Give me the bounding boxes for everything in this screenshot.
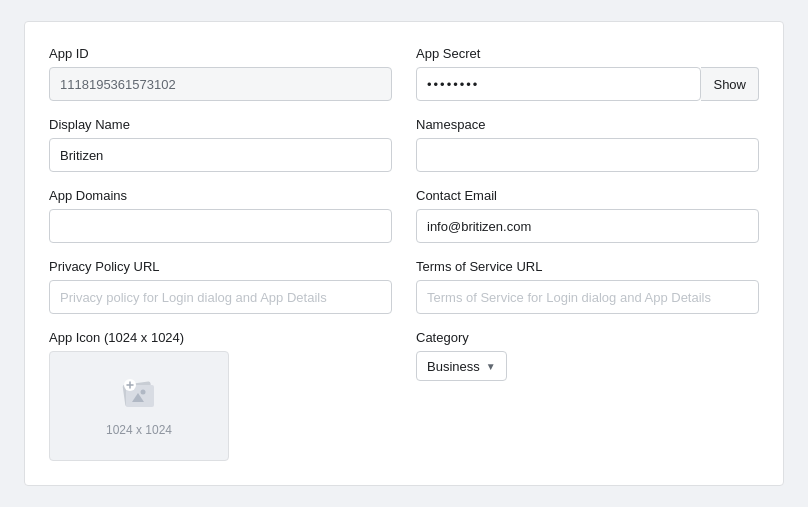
- display-name-label: Display Name: [49, 117, 392, 132]
- category-select-button[interactable]: Business ▼: [416, 351, 507, 381]
- icon-placeholder: [114, 375, 164, 415]
- icon-size-label: 1024 x 1024: [106, 423, 172, 437]
- app-domains-group: App Domains: [49, 188, 392, 243]
- namespace-group: Namespace: [416, 117, 759, 172]
- privacy-policy-group: Privacy Policy URL: [49, 259, 392, 314]
- app-id-label: App ID: [49, 46, 392, 61]
- category-label: Category: [416, 330, 759, 345]
- app-domains-label: App Domains: [49, 188, 392, 203]
- app-secret-input[interactable]: [416, 67, 701, 101]
- display-name-group: Display Name: [49, 117, 392, 172]
- namespace-input[interactable]: [416, 138, 759, 172]
- chevron-down-icon: ▼: [486, 361, 496, 372]
- app-domains-input[interactable]: [49, 209, 392, 243]
- terms-of-service-label: Terms of Service URL: [416, 259, 759, 274]
- contact-email-input[interactable]: [416, 209, 759, 243]
- app-id-input[interactable]: [49, 67, 392, 101]
- show-secret-button[interactable]: Show: [701, 67, 759, 101]
- privacy-policy-label: Privacy Policy URL: [49, 259, 392, 274]
- settings-card: App ID App Secret Show Display Name Name…: [24, 21, 784, 486]
- app-icon-label: App Icon (1024 x 1024): [49, 330, 392, 345]
- app-secret-label: App Secret: [416, 46, 759, 61]
- contact-email-group: Contact Email: [416, 188, 759, 243]
- terms-of-service-input[interactable]: [416, 280, 759, 314]
- category-group: Category Business ▼: [416, 330, 759, 461]
- category-value: Business: [427, 359, 480, 374]
- privacy-policy-input[interactable]: [49, 280, 392, 314]
- namespace-label: Namespace: [416, 117, 759, 132]
- app-icon-upload[interactable]: 1024 x 1024: [49, 351, 229, 461]
- app-id-group: App ID: [49, 46, 392, 101]
- svg-point-2: [141, 390, 146, 395]
- app-icon-group: App Icon (1024 x 1024): [49, 330, 392, 461]
- terms-of-service-group: Terms of Service URL: [416, 259, 759, 314]
- secret-wrapper: Show: [416, 67, 759, 101]
- form-grid: App ID App Secret Show Display Name Name…: [49, 46, 759, 461]
- contact-email-label: Contact Email: [416, 188, 759, 203]
- app-secret-group: App Secret Show: [416, 46, 759, 101]
- display-name-input[interactable]: [49, 138, 392, 172]
